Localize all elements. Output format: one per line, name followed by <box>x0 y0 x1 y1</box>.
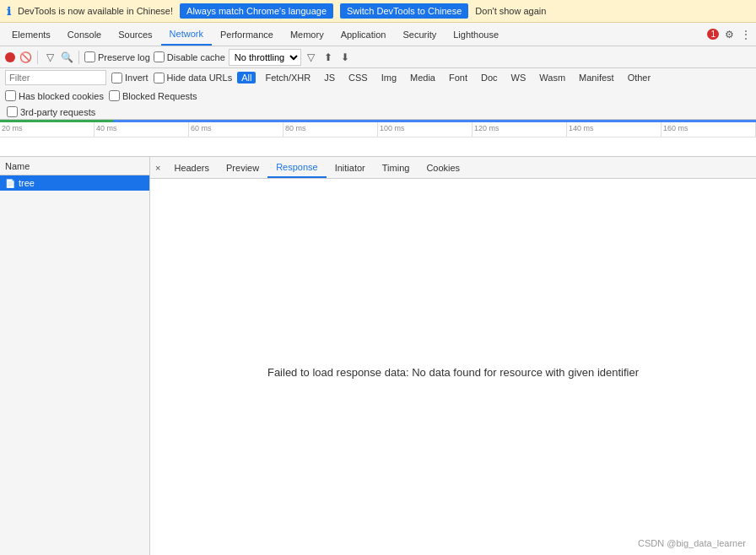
blocked-requests-label[interactable]: Blocked Requests <box>109 90 197 101</box>
filter-type-img[interactable]: Img <box>377 72 401 84</box>
tab-timing[interactable]: Timing <box>374 157 418 178</box>
tab-initiator[interactable]: Initiator <box>327 157 374 178</box>
tick-60ms: 60 ms <box>189 122 284 137</box>
watermark: CSDN @big_data_learner <box>638 538 746 548</box>
tab-performance[interactable]: Performance <box>212 23 282 46</box>
main-panel: Name 📄 tree × Headers Preview Response I… <box>0 157 756 555</box>
blocked-requests-checkbox[interactable] <box>109 90 120 101</box>
tab-preview[interactable]: Preview <box>218 157 267 178</box>
info-bar: ℹ DevTools is now available in Chinese! … <box>0 0 756 23</box>
always-match-language-button[interactable]: Always match Chrome's language <box>180 3 333 19</box>
tick-40ms: 40 ms <box>94 122 189 137</box>
tick-20ms: 20 ms <box>0 122 94 137</box>
item-name: tree <box>19 178 35 188</box>
hide-data-urls-label[interactable]: Hide data URLs <box>154 73 233 84</box>
preserve-log-label[interactable]: Preserve log <box>84 51 150 62</box>
third-party-label[interactable]: 3rd-party requests <box>7 106 95 117</box>
filter-type-manifest[interactable]: Manifest <box>575 72 618 84</box>
filter-type-css[interactable]: CSS <box>344 72 372 84</box>
tab-network[interactable]: Network <box>161 23 212 46</box>
tab-sources[interactable]: Sources <box>110 23 160 46</box>
preserve-log-checkbox[interactable] <box>84 51 95 62</box>
export-icon[interactable]: ⬇ <box>338 51 352 64</box>
detail-content: Failed to load response data: No data fo… <box>150 179 756 555</box>
filter-type-doc[interactable]: Doc <box>477 72 502 84</box>
info-icon: ℹ <box>7 5 11 18</box>
name-column: Name 📄 tree <box>0 157 150 555</box>
tick-160ms: 160 ms <box>662 122 756 137</box>
tab-response[interactable]: Response <box>267 157 327 178</box>
tabs-right-controls: 1 ⚙ ⋮ <box>707 28 753 41</box>
filter-type-font[interactable]: Font <box>445 72 472 84</box>
disable-cache-checkbox[interactable] <box>154 51 165 62</box>
settings-icon[interactable]: ⚙ <box>722 28 736 41</box>
tab-cookies[interactable]: Cookies <box>418 157 468 178</box>
tab-application[interactable]: Application <box>332 23 395 46</box>
tab-headers[interactable]: Headers <box>165 157 218 178</box>
invert-checkbox[interactable] <box>111 73 122 84</box>
record-button[interactable] <box>5 52 15 62</box>
error-badge: 1 <box>707 29 719 40</box>
third-party-row: 3rd-party requests <box>5 106 751 117</box>
tab-security[interactable]: Security <box>394 23 445 46</box>
close-detail-button[interactable]: × <box>150 161 165 175</box>
divider2 <box>78 51 79 64</box>
throttle-icon[interactable]: ▽ <box>305 51 318 64</box>
third-party-checkbox[interactable] <box>7 106 18 117</box>
tick-120ms: 120 ms <box>472 122 567 137</box>
timeline-bar-area <box>0 137 756 157</box>
filter-type-all[interactable]: All <box>237 72 256 84</box>
tick-80ms: 80 ms <box>284 122 378 137</box>
tab-elements[interactable]: Elements <box>3 23 59 46</box>
switch-devtools-chinese-button[interactable]: Switch DevTools to Chinese <box>340 3 468 19</box>
hide-data-urls-checkbox[interactable] <box>154 73 165 84</box>
filter-type-ws[interactable]: WS <box>507 72 531 84</box>
tab-lighthouse[interactable]: Lighthouse <box>445 23 507 46</box>
error-message: Failed to load response data: No data fo… <box>267 366 639 379</box>
filter-type-wasm[interactable]: Wasm <box>535 72 570 84</box>
tick-100ms: 100 ms <box>378 122 472 137</box>
devtools-tab-bar: Elements Console Sources Network Perform… <box>0 23 756 46</box>
filter-input[interactable] <box>5 70 106 85</box>
disable-cache-label[interactable]: Disable cache <box>154 51 225 62</box>
filter-type-js[interactable]: JS <box>320 72 339 84</box>
detail-panel: × Headers Preview Response Initiator Tim… <box>150 157 756 555</box>
tab-memory[interactable]: Memory <box>282 23 332 46</box>
has-blocked-cookies-checkbox[interactable] <box>5 90 16 101</box>
network-toolbar: 🚫 ▽ 🔍 Preserve log Disable cache No thro… <box>0 46 756 68</box>
list-item[interactable]: 📄 tree <box>0 175 149 191</box>
name-list: 📄 tree <box>0 175 149 555</box>
dont-show-again-button[interactable]: Don't show again <box>475 6 546 16</box>
tab-console[interactable]: Console <box>59 23 110 46</box>
has-blocked-cookies-label[interactable]: Has blocked cookies <box>5 90 104 101</box>
info-text: DevTools is now available in Chinese! <box>18 6 173 16</box>
timeline-ruler: 20 ms 40 ms 60 ms 80 ms 100 ms 120 ms 14… <box>0 122 756 137</box>
search-icon[interactable]: 🔍 <box>60 51 73 64</box>
throttle-select[interactable]: No throttling <box>229 49 301 66</box>
name-column-header: Name <box>0 157 149 175</box>
file-icon: 📄 <box>5 179 15 188</box>
filter-type-fetch-xhr[interactable]: Fetch/XHR <box>261 72 315 84</box>
invert-label[interactable]: Invert <box>111 73 148 84</box>
import-icon[interactable]: ⬆ <box>321 51 335 64</box>
filter-bar: Invert Hide data URLs All Fetch/XHR JS C… <box>0 68 756 120</box>
filter-type-media[interactable]: Media <box>406 72 440 84</box>
clear-button[interactable]: 🚫 <box>19 51 32 64</box>
more-icon[interactable]: ⋮ <box>739 28 753 41</box>
tick-140ms: 140 ms <box>567 122 662 137</box>
filter-type-other[interactable]: Other <box>624 72 656 84</box>
detail-tab-bar: × Headers Preview Response Initiator Tim… <box>150 157 756 179</box>
divider1 <box>37 51 38 64</box>
timeline: 20 ms 40 ms 60 ms 80 ms 100 ms 120 ms 14… <box>0 120 756 157</box>
filter-icon[interactable]: ▽ <box>43 51 57 64</box>
